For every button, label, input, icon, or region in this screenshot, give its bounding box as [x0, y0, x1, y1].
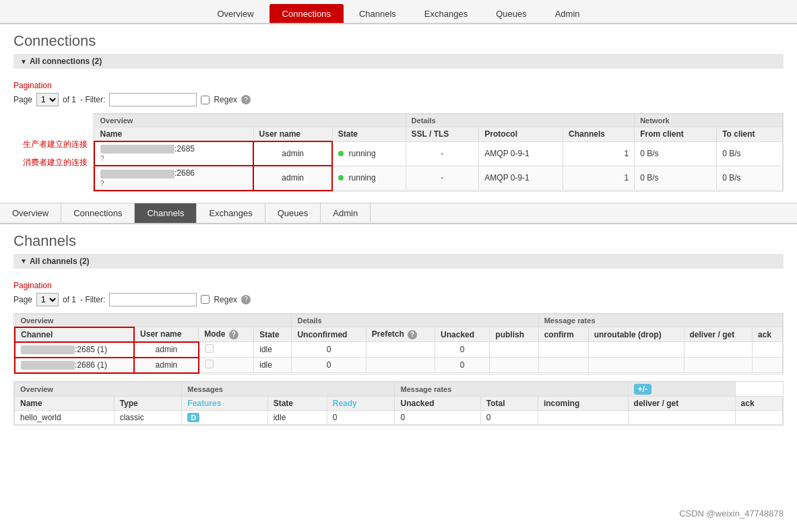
bottom-nav-queues[interactable]: Queues	[265, 203, 321, 223]
channels-collapse-arrow: ▼	[20, 257, 27, 265]
bottom-navigation: Overview Connections Channels Exchanges …	[0, 203, 797, 224]
page-label: Page	[13, 95, 32, 104]
q-messages-group: Messages	[182, 382, 395, 396]
mode-q-icon[interactable]: ?	[229, 330, 238, 339]
conn1-ssl: ◦	[406, 141, 479, 166]
plus-minus-button[interactable]: +/-	[634, 384, 651, 395]
top-navigation: Overview Connections Channels Exchanges …	[0, 0, 797, 24]
ch-col-publish: publish	[490, 327, 538, 342]
filter-input[interactable]	[109, 93, 197, 106]
conn2-state: running	[332, 166, 406, 190]
conn1-name[interactable]: :2685 ?	[94, 141, 253, 166]
bottom-nav-channels[interactable]: Channels	[135, 203, 197, 223]
nav-exchanges[interactable]: Exchanges	[412, 4, 480, 23]
channels-regex-checkbox[interactable]	[201, 295, 210, 304]
ch2-channel[interactable]: :2686 (1)	[15, 358, 134, 373]
all-channels-header[interactable]: ▼ All channels (2)	[13, 254, 784, 269]
col-state: State	[332, 127, 406, 142]
q1-name[interactable]: hello_world	[15, 410, 115, 424]
prefetch-q-icon[interactable]: ?	[408, 330, 417, 339]
connections-section: Connections ▼ All connections (2) Pagina…	[0, 24, 797, 192]
pagination-label: Pagination	[13, 81, 784, 90]
queues-sub-section: Overview Messages Message rates +/- Name…	[13, 381, 784, 426]
col-from-client: From client	[635, 127, 717, 142]
q-col-name: Name	[15, 396, 115, 410]
channels-pagination-label: Pagination	[13, 281, 784, 290]
ch-col-username: User name	[134, 327, 199, 342]
nav-queues[interactable]: Queues	[483, 4, 540, 23]
nav-admin[interactable]: Admin	[542, 4, 593, 23]
ch-col-unroutable: unroutable (drop)	[588, 327, 684, 342]
regex-checkbox[interactable]	[201, 96, 210, 104]
q-msgrates-group: Message rates	[395, 382, 628, 396]
ch1-deliver-get	[684, 342, 752, 358]
ch1-unacked: 0	[435, 342, 490, 358]
all-channels-label: All channels (2)	[30, 257, 90, 266]
ch-msgrates-group: Message rates	[538, 314, 782, 327]
q-col-state: State	[267, 396, 327, 410]
queue-row-1: hello_world classic D idle 0 0 0	[15, 410, 783, 424]
channel-row-1: :2685 (1) admin idle 0 0	[15, 342, 783, 358]
q1-unacked: 0	[395, 410, 480, 424]
bottom-nav-overview[interactable]: Overview	[0, 203, 61, 223]
page-select[interactable]: 1	[36, 93, 59, 106]
ch-col-unacked: Unacked	[435, 327, 490, 342]
conn1-from-client: 0 B/s	[635, 141, 717, 166]
channels-regex-help-icon[interactable]: ?	[241, 295, 251, 304]
channels-filter-input[interactable]	[109, 293, 197, 306]
nav-overview[interactable]: Overview	[204, 4, 266, 23]
channels-table-wrapper: Overview Details Message rates Channel U…	[13, 313, 784, 374]
channels-regex-label: Regex	[214, 295, 237, 304]
q-plusminus-group[interactable]: +/-	[628, 382, 735, 396]
feature-d-badge: D	[187, 413, 199, 422]
ch1-state: idle	[254, 342, 292, 358]
status-dot-running-2	[338, 175, 344, 180]
channels-page-select[interactable]: 1	[36, 293, 59, 306]
conn1-to-client: 0 B/s	[717, 141, 783, 166]
ch-col-prefetch: Prefetch ?	[366, 327, 435, 342]
ch2-mode	[199, 358, 254, 373]
conn1-protocol: AMQP 0-9-1	[479, 141, 563, 166]
bottom-nav-exchanges[interactable]: Exchanges	[197, 203, 265, 223]
ch2-deliver-get	[684, 358, 752, 373]
conn2-username[interactable]: admin	[253, 166, 332, 190]
conn2-from-client: 0 B/s	[635, 166, 717, 190]
ch2-unconfirmed: 0	[292, 358, 366, 373]
col-protocol: Protocol	[479, 127, 563, 142]
pagination-row: Page 1 of 1 - Filter: Regex ?	[13, 93, 784, 106]
channel-row-2: :2686 (1) admin idle 0 0	[15, 358, 783, 373]
connection-row-1: :2685 ? admin running ◦ AMQP 0-9-1 1 0 B…	[94, 141, 783, 166]
bottom-nav-connections[interactable]: Connections	[61, 203, 135, 223]
queues-table-wrapper: Overview Messages Message rates +/- Name…	[13, 381, 784, 426]
bottom-nav-admin[interactable]: Admin	[321, 203, 371, 223]
ch2-ack	[753, 358, 783, 373]
all-connections-label: All connections (2)	[30, 57, 102, 66]
regex-label: Regex	[214, 95, 237, 104]
nav-connections[interactable]: Connections	[269, 4, 344, 23]
conn2-to-client: 0 B/s	[717, 166, 783, 190]
q1-features: D	[182, 410, 267, 424]
q-col-ack: ack	[735, 396, 782, 410]
ch1-unconfirmed: 0	[292, 342, 366, 358]
ch-details-group: Details	[292, 314, 538, 327]
ch1-username[interactable]: admin	[134, 342, 199, 358]
ch-col-channel: Channel	[15, 327, 134, 342]
conn2-protocol: AMQP 0-9-1	[479, 166, 563, 190]
regex-help-icon[interactable]: ?	[241, 95, 251, 104]
ch2-username[interactable]: admin	[134, 358, 199, 373]
q1-incoming	[538, 410, 628, 424]
ch1-channel[interactable]: :2685 (1)	[15, 342, 134, 358]
conn1-username[interactable]: admin	[253, 141, 332, 166]
ch-col-unconfirmed: Unconfirmed	[292, 327, 366, 342]
all-connections-header[interactable]: ▼ All connections (2)	[13, 54, 784, 69]
connections-table: Overview Details Network Name User name …	[94, 114, 783, 191]
ch-col-mode: Mode ?	[199, 327, 254, 342]
q-col-ready: Ready	[327, 396, 395, 410]
filter-label: - Filter:	[80, 95, 105, 104]
conn2-name[interactable]: :2686 ?	[94, 166, 253, 190]
connections-title: Connections	[13, 32, 784, 50]
ch1-mode	[199, 342, 254, 358]
ch1-publish	[490, 342, 538, 358]
conn1-channels: 1	[563, 141, 635, 166]
nav-channels[interactable]: Channels	[346, 4, 409, 23]
